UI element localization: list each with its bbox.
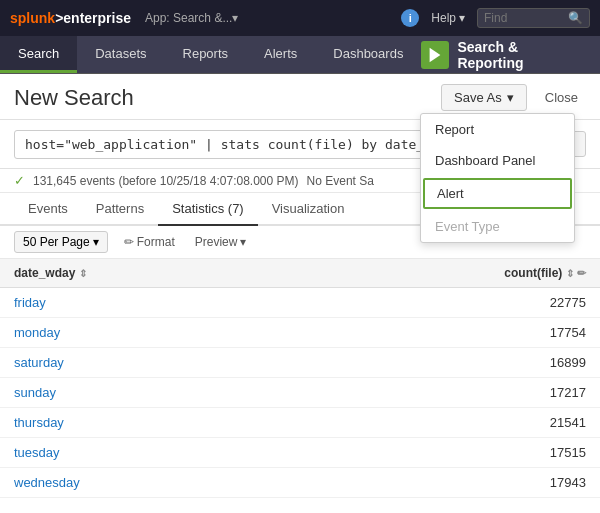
tab-datasets[interactable]: Datasets xyxy=(77,36,164,73)
tab-visualization[interactable]: Visualization xyxy=(258,193,359,226)
sort-icon-date-wday: ⇕ xyxy=(79,268,87,279)
events-count: 131,645 events (before 10/25/18 4:07:08.… xyxy=(33,174,299,188)
tab-alerts[interactable]: Alerts xyxy=(246,36,315,73)
no-event-text: No Event Sa xyxy=(307,174,374,188)
tab-patterns[interactable]: Patterns xyxy=(82,193,158,226)
sort-icon-count-file: ⇕ xyxy=(566,268,574,279)
tab-search[interactable]: Search xyxy=(0,36,77,73)
preview-button[interactable]: Preview ▾ xyxy=(191,233,251,251)
save-as-dropdown-icon: ▾ xyxy=(507,90,514,105)
help-button[interactable]: Help ▾ xyxy=(431,11,465,25)
cell-date-wday[interactable]: monday xyxy=(0,318,287,348)
per-page-dropdown-icon: ▾ xyxy=(93,235,99,249)
data-table: date_wday ⇕ count(file) ⇕ ✏ friday22775m… xyxy=(0,259,600,513)
tab-dashboards[interactable]: Dashboards xyxy=(315,36,421,73)
table-row: saturday16899 xyxy=(0,348,600,378)
format-button[interactable]: ✏ Format xyxy=(120,233,179,251)
tab-reports[interactable]: Reports xyxy=(165,36,247,73)
col-header-date-wday[interactable]: date_wday ⇕ xyxy=(0,259,287,288)
table-row: friday22775 xyxy=(0,288,600,318)
save-as-dropdown: Report Dashboard Panel Alert Event Type xyxy=(420,113,575,243)
cell-count-file: 16899 xyxy=(287,348,600,378)
close-button[interactable]: Close xyxy=(537,85,586,110)
table-row: tuesday17515 xyxy=(0,438,600,468)
table-row: thursday21541 xyxy=(0,408,600,438)
col-header-count-file[interactable]: count(file) ⇕ ✏ xyxy=(287,259,600,288)
cell-count-file: 17943 xyxy=(287,468,600,498)
page-title: New Search xyxy=(14,85,431,111)
pencil-icon: ✏ xyxy=(124,235,134,249)
cell-count-file: 17217 xyxy=(287,378,600,408)
help-dropdown-icon: ▾ xyxy=(459,11,465,25)
cell-date-wday[interactable]: tuesday xyxy=(0,438,287,468)
nav-bar: Search Datasets Reports Alerts Dashboard… xyxy=(0,36,600,74)
find-input[interactable] xyxy=(484,11,564,25)
tab-events[interactable]: Events xyxy=(14,193,82,226)
cell-count-file: 22775 xyxy=(287,288,600,318)
check-icon: ✓ xyxy=(14,173,25,188)
search-icon: 🔍 xyxy=(568,11,583,25)
app-label[interactable]: App: Search &... xyxy=(145,11,232,25)
dropdown-item-dashboard-panel[interactable]: Dashboard Panel xyxy=(421,145,574,176)
cell-date-wday[interactable]: friday xyxy=(0,288,287,318)
app-icon xyxy=(421,41,449,69)
cell-count-file: 17754 xyxy=(287,318,600,348)
svg-marker-0 xyxy=(430,47,441,61)
tab-statistics[interactable]: Statistics (7) xyxy=(158,193,258,226)
find-box: 🔍 xyxy=(477,8,590,28)
table-row: monday17754 xyxy=(0,318,600,348)
edit-column-icon[interactable]: ✏ xyxy=(577,267,586,279)
dropdown-item-report[interactable]: Report xyxy=(421,114,574,145)
cell-date-wday[interactable]: thursday xyxy=(0,408,287,438)
top-bar: splunk>enterprise App: Search &... ▾ i H… xyxy=(0,0,600,36)
app-dropdown-arrow[interactable]: ▾ xyxy=(232,11,238,25)
cell-count-file: 21541 xyxy=(287,408,600,438)
splunk-logo: splunk>enterprise xyxy=(10,10,131,26)
info-icon[interactable]: i xyxy=(401,9,419,27)
save-as-button[interactable]: Save As ▾ xyxy=(441,84,527,111)
table-header-row: date_wday ⇕ count(file) ⇕ ✏ xyxy=(0,259,600,288)
top-bar-right: i Help ▾ 🔍 xyxy=(401,8,590,28)
cell-date-wday[interactable]: saturday xyxy=(0,348,287,378)
table-row: wednesday17943 xyxy=(0,468,600,498)
app-title: Search & Reporting xyxy=(457,39,588,71)
nav-bar-right: Search & Reporting xyxy=(421,36,600,73)
preview-dropdown-icon: ▾ xyxy=(240,235,246,249)
dropdown-item-event-type: Event Type xyxy=(421,211,574,242)
cell-date-wday[interactable]: sunday xyxy=(0,378,287,408)
cell-count-file: 17515 xyxy=(287,438,600,468)
table-row: sunday17217 xyxy=(0,378,600,408)
dropdown-item-alert[interactable]: Alert xyxy=(423,178,572,209)
cell-date-wday[interactable]: wednesday xyxy=(0,468,287,498)
per-page-button[interactable]: 50 Per Page ▾ xyxy=(14,231,108,253)
main-content: New Search Save As ▾ Close Report Dashbo… xyxy=(0,74,600,513)
